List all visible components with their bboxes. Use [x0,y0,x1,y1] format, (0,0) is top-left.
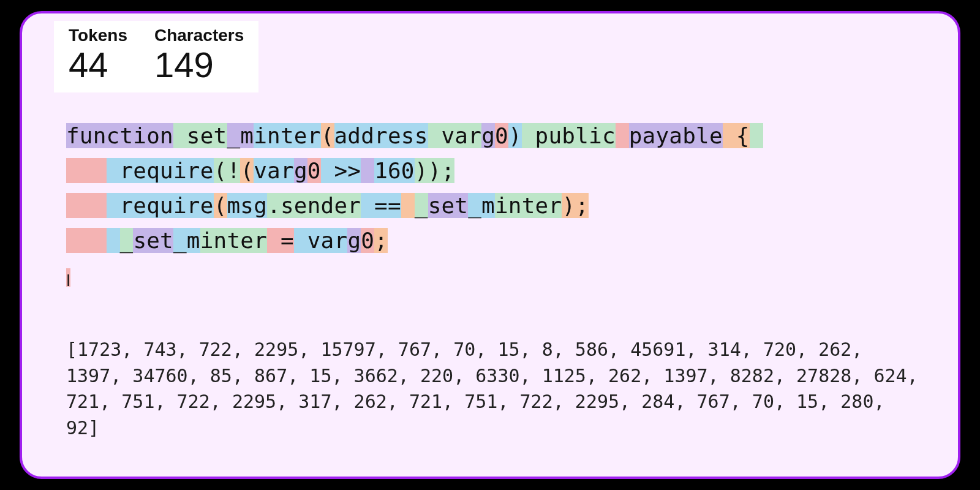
token: var [254,158,294,183]
token: inter [200,228,267,253]
token: set [173,123,227,148]
token: require [107,158,214,183]
token: set [133,228,173,253]
token: (! [214,158,241,183]
token: _m [227,123,254,148]
code-line: _set_minter = varg0; [66,224,921,258]
token: { [723,123,750,148]
token: _m [173,228,200,253]
token: var [294,228,348,253]
token: ) [508,123,522,148]
token: = [267,228,294,253]
token [616,123,629,148]
token: inter [495,193,562,218]
token: require [107,193,214,218]
token: set [428,193,469,218]
token [401,193,415,218]
token: g [294,158,307,183]
token: >> [321,158,361,183]
tokens-stat: Tokens 44 [69,26,127,84]
token: g [481,123,495,148]
tokens-label: Tokens [69,26,127,45]
token: ; [374,228,388,253]
token: _ [415,193,428,218]
token: ( [240,158,254,183]
token: ( [321,123,334,148]
characters-label: Characters [154,26,244,45]
token: 0 [495,123,508,148]
token [107,228,120,253]
tokens-value: 44 [69,47,127,84]
token [750,123,763,148]
characters-value: 149 [154,47,244,84]
token: .sender [267,193,361,218]
token: 0 [307,158,321,183]
code-line: require(!(varg0 >> 160)); [66,154,921,189]
token: msg [227,193,268,218]
token [66,228,107,253]
token: function [66,123,173,148]
token: == [361,193,401,218]
tokenized-code: function set_minter(address varg0) publi… [66,119,921,293]
code-line: function set_minter(address varg0) publi… [66,119,921,154]
token: inter [254,123,320,148]
token [66,158,107,183]
token [66,193,107,218]
token [361,158,374,183]
token: )); [415,158,455,183]
code-line-trailing: ן [66,258,921,293]
token: address [334,123,428,148]
token: _ [120,228,134,253]
characters-stat: Characters 149 [154,26,244,84]
token: _m [468,193,495,218]
token: 160 [374,158,415,183]
token: payable [629,123,723,148]
token: public [522,123,616,148]
code-line: require(msg.sender == _set_minter); [66,189,921,224]
stats-box: Tokens 44 Characters 149 [54,21,258,92]
token: ן [66,268,70,287]
tokenizer-card: Tokens 44 Characters 149 function set_mi… [20,11,960,479]
token: ( [214,193,227,218]
token: ); [562,193,589,218]
token: var [428,123,482,148]
token: 0 [361,228,374,253]
token-ids-list: [1723, 743, 722, 2295, 15797, 767, 70, 1… [66,337,921,441]
token: g [347,228,361,253]
